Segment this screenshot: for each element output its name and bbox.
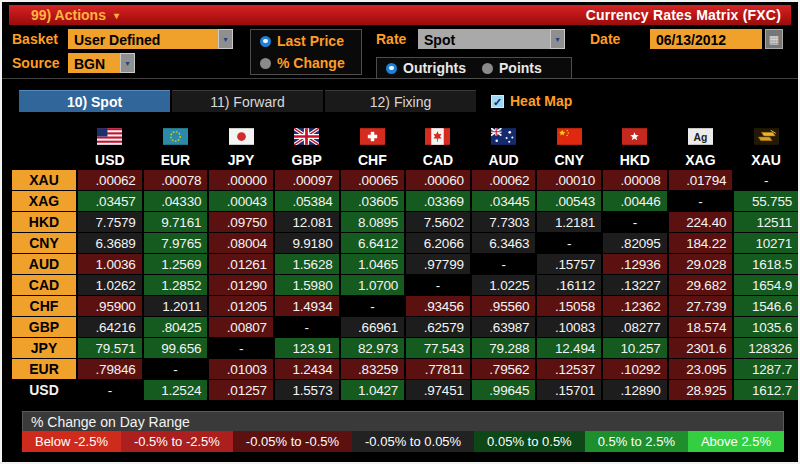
rate-cell-CAD-USD[interactable]: 1.0262 <box>78 275 142 295</box>
rate-cell-CNY-XAU[interactable]: 10271 <box>734 233 798 253</box>
rate-cell-CHF-AUD[interactable]: .95560 <box>472 296 536 316</box>
rate-cell-USD-EUR[interactable]: 1.2524 <box>144 380 208 400</box>
rate-cell-HKD-CAD[interactable]: 7.5602 <box>406 212 470 232</box>
rate-cell-USD-AUD[interactable]: .99645 <box>472 380 536 400</box>
row-label-USD[interactable]: USD <box>12 380 76 400</box>
rate-cell-AUD-USD[interactable]: 1.0036 <box>78 254 142 274</box>
rate-cell-XAG-CAD[interactable]: .03369 <box>406 191 470 211</box>
row-label-XAU[interactable]: XAU <box>12 170 76 190</box>
rate-cell-EUR-GBP[interactable]: 1.2434 <box>275 359 339 379</box>
rate-cell-XAU-EUR[interactable]: .00078 <box>144 170 208 190</box>
rate-cell-EUR-CAD[interactable]: .77811 <box>406 359 470 379</box>
rate-cell-JPY-CHF[interactable]: 82.973 <box>341 338 405 358</box>
rate-cell-XAG-USD[interactable]: .03457 <box>78 191 142 211</box>
rate-cell-EUR-EUR[interactable]: - <box>144 359 208 379</box>
rate-cell-EUR-CNY[interactable]: .12537 <box>537 359 601 379</box>
rate-cell-XAU-GBP[interactable]: .00097 <box>275 170 339 190</box>
tab-spot[interactable]: 10) Spot <box>19 90 170 112</box>
rate-cell-CAD-XAG[interactable]: 29.682 <box>669 275 733 295</box>
rate-cell-CAD-XAU[interactable]: 1654.9 <box>734 275 798 295</box>
rate-cell-XAG-AUD[interactable]: .03445 <box>472 191 536 211</box>
rate-cell-CNY-AUD[interactable]: 6.3463 <box>472 233 536 253</box>
row-label-HKD[interactable]: HKD <box>12 212 76 232</box>
rate-cell-GBP-JPY[interactable]: .00807 <box>209 317 273 337</box>
rate-cell-EUR-JPY[interactable]: .01003 <box>209 359 273 379</box>
rate-cell-CNY-GBP[interactable]: 9.9180 <box>275 233 339 253</box>
row-label-JPY[interactable]: JPY <box>12 338 76 358</box>
rate-cell-CHF-JPY[interactable]: .01205 <box>209 296 273 316</box>
rate-cell-EUR-XAG[interactable]: 23.095 <box>669 359 733 379</box>
rate-cell-CHF-GBP[interactable]: 1.4934 <box>275 296 339 316</box>
rate-cell-XAU-JPY[interactable]: .00000 <box>209 170 273 190</box>
rate-cell-GBP-CHF[interactable]: .66961 <box>341 317 405 337</box>
radio-last-price[interactable]: Last Price <box>260 33 352 49</box>
rate-cell-AUD-XAU[interactable]: 1618.5 <box>734 254 798 274</box>
rate-cell-CAD-CAD[interactable]: - <box>406 275 470 295</box>
rate-cell-CAD-CNY[interactable]: .16112 <box>537 275 601 295</box>
rate-cell-XAG-XAU[interactable]: 55.755 <box>734 191 798 211</box>
actions-menu[interactable]: 99) Actions ▾ <box>31 7 119 23</box>
radio-points[interactable]: Points <box>482 60 542 76</box>
rate-cell-USD-CNY[interactable]: .15701 <box>537 380 601 400</box>
rate-cell-JPY-CAD[interactable]: 77.543 <box>406 338 470 358</box>
tab-fixing[interactable]: 12) Fixing <box>325 90 476 112</box>
rate-cell-USD-XAU[interactable]: 1612.7 <box>734 380 798 400</box>
radio-pct-change[interactable]: % Change <box>260 55 352 71</box>
column-header-AUD[interactable]: AUD <box>472 150 536 169</box>
rate-cell-AUD-CNY[interactable]: .15757 <box>537 254 601 274</box>
rate-cell-GBP-CNY[interactable]: .10083 <box>537 317 601 337</box>
rate-cell-CHF-CAD[interactable]: .93456 <box>406 296 470 316</box>
rate-cell-XAU-HKD[interactable]: .00008 <box>603 170 667 190</box>
rate-cell-AUD-CHF[interactable]: 1.0465 <box>341 254 405 274</box>
rate-cell-USD-HKD[interactable]: .12890 <box>603 380 667 400</box>
rate-cell-XAU-XAU[interactable]: - <box>734 170 798 190</box>
heatmap-toggle[interactable]: ✓ Heat Map <box>491 93 572 109</box>
column-header-XAG[interactable]: XAG <box>669 150 733 169</box>
rate-cell-AUD-CAD[interactable]: .97799 <box>406 254 470 274</box>
rate-cell-CAD-EUR[interactable]: 1.2852 <box>144 275 208 295</box>
rate-cell-AUD-HKD[interactable]: .12936 <box>603 254 667 274</box>
rate-cell-USD-USD[interactable]: - <box>78 380 142 400</box>
rate-cell-CNY-CNY[interactable]: - <box>537 233 601 253</box>
rate-cell-JPY-USD[interactable]: 79.571 <box>78 338 142 358</box>
dropdown-arrow-icon[interactable]: ▾ <box>218 29 233 49</box>
rate-cell-CAD-JPY[interactable]: .01290 <box>209 275 273 295</box>
rate-cell-HKD-XAG[interactable]: 224.40 <box>669 212 733 232</box>
column-header-CNY[interactable]: CNY <box>537 150 601 169</box>
rate-cell-CHF-CHF[interactable]: - <box>341 296 405 316</box>
rate-cell-XAG-EUR[interactable]: .04330 <box>144 191 208 211</box>
rate-cell-CNY-JPY[interactable]: .08004 <box>209 233 273 253</box>
rate-cell-JPY-XAU[interactable]: 128326 <box>734 338 798 358</box>
row-label-EUR[interactable]: EUR <box>12 359 76 379</box>
rate-cell-JPY-AUD[interactable]: 79.288 <box>472 338 536 358</box>
rate-cell-AUD-GBP[interactable]: 1.5628 <box>275 254 339 274</box>
rate-cell-EUR-XAU[interactable]: 1287.7 <box>734 359 798 379</box>
rate-cell-CHF-XAU[interactable]: 1546.6 <box>734 296 798 316</box>
row-label-CAD[interactable]: CAD <box>12 275 76 295</box>
rate-cell-AUD-JPY[interactable]: .01261 <box>209 254 273 274</box>
rate-cell-GBP-XAG[interactable]: 18.574 <box>669 317 733 337</box>
calendar-icon[interactable]: ▦ <box>765 29 783 49</box>
rate-cell-USD-CAD[interactable]: .97451 <box>406 380 470 400</box>
rate-cell-CNY-USD[interactable]: 6.3689 <box>78 233 142 253</box>
rate-cell-CNY-HKD[interactable]: .82095 <box>603 233 667 253</box>
rate-cell-HKD-EUR[interactable]: 9.7161 <box>144 212 208 232</box>
row-label-CHF[interactable]: CHF <box>12 296 76 316</box>
rate-cell-JPY-GBP[interactable]: 123.91 <box>275 338 339 358</box>
rate-cell-CHF-EUR[interactable]: 1.2011 <box>144 296 208 316</box>
rate-cell-XAU-XAG[interactable]: .01794 <box>669 170 733 190</box>
column-header-XAU[interactable]: XAU <box>734 150 798 169</box>
rate-cell-XAU-CNY[interactable]: .00010 <box>537 170 601 190</box>
rate-cell-HKD-JPY[interactable]: .09750 <box>209 212 273 232</box>
rate-cell-XAG-CNY[interactable]: .00543 <box>537 191 601 211</box>
rate-cell-HKD-CHF[interactable]: 8.0895 <box>341 212 405 232</box>
rate-cell-GBP-AUD[interactable]: .63987 <box>472 317 536 337</box>
rate-cell-CAD-AUD[interactable]: 1.0225 <box>472 275 536 295</box>
rate-cell-EUR-AUD[interactable]: .79562 <box>472 359 536 379</box>
rate-cell-HKD-AUD[interactable]: 7.7303 <box>472 212 536 232</box>
rate-cell-EUR-CHF[interactable]: .83259 <box>341 359 405 379</box>
rate-cell-AUD-AUD[interactable]: - <box>472 254 536 274</box>
rate-cell-GBP-XAU[interactable]: 1035.6 <box>734 317 798 337</box>
rate-cell-CHF-CNY[interactable]: .15058 <box>537 296 601 316</box>
rate-cell-JPY-EUR[interactable]: 99.656 <box>144 338 208 358</box>
